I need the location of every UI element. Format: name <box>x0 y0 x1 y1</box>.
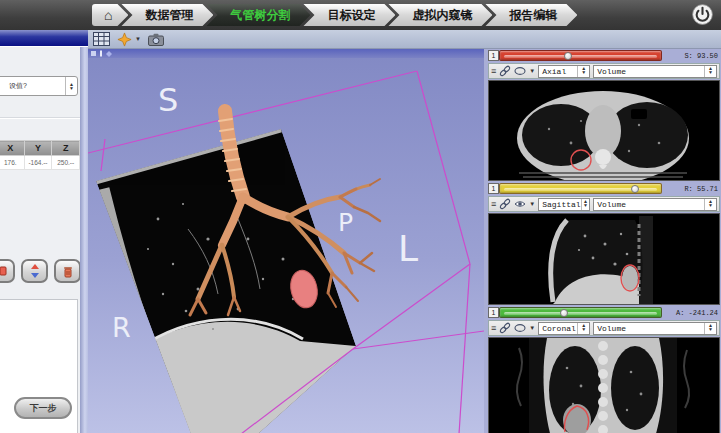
cell-x: 176. <box>0 156 24 170</box>
caret-down-icon[interactable]: ▼ <box>529 68 535 74</box>
trash-icon <box>62 265 74 278</box>
coronal-slice-slider[interactable]: 1 A: -241.24 <box>488 306 720 319</box>
panel-splitter[interactable] <box>80 47 88 433</box>
options-icon[interactable]: ≡ <box>491 200 496 209</box>
stepper-icon[interactable]: ▲▼ <box>577 323 589 334</box>
coronal-view-group: 1 A: -241.24 ≡ ▼ Coronal <box>484 306 721 433</box>
application-window: ⌂ 数据管理 气管树分割 目标设定 虚拟内窥镜 报告编辑 医学影像工作站 设值?… <box>0 0 721 433</box>
home-tab[interactable]: ⌂ <box>92 4 128 26</box>
orientation-label-r: R <box>112 312 131 343</box>
next-step-button[interactable]: 下一步 <box>14 397 72 419</box>
add-seed-icon[interactable] <box>117 32 132 47</box>
link-views-icon[interactable] <box>499 198 511 210</box>
locate-seed-button[interactable] <box>21 259 48 283</box>
stepper-icon[interactable]: ▲▼ <box>65 77 77 95</box>
slider-track[interactable] <box>499 307 662 318</box>
link-views-icon[interactable] <box>499 322 511 334</box>
workflow-tabs: ⌂ 数据管理 气管树分割 目标设定 虚拟内窥镜 报告编辑 <box>92 4 577 26</box>
plane-select-value: Axial <box>542 67 566 76</box>
stepper-icon[interactable]: ▲▼ <box>704 66 716 77</box>
viewport-mini-toolbar <box>88 49 484 58</box>
col-header-z: Z <box>52 141 80 156</box>
slice-position-label: S: 93.50 <box>662 52 720 60</box>
slider-handle[interactable] <box>631 185 639 193</box>
slider-handle[interactable] <box>560 309 568 317</box>
options-icon[interactable]: ≡ <box>491 67 496 76</box>
slider-track[interactable] <box>499 50 662 61</box>
slice-number-box: 1 <box>488 183 499 194</box>
tab-report-editing[interactable]: 报告编辑 <box>485 4 577 26</box>
tab-airway-segmentation[interactable]: 气管树分割 <box>206 4 310 26</box>
stepper-icon[interactable]: ▲▼ <box>577 66 589 77</box>
plane-select[interactable]: Axial ▲▼ <box>538 65 590 78</box>
coronal-view-controls: ≡ ▼ Coronal ▲▼ Volume ▲▼ <box>488 320 720 336</box>
render-mode-value: Volume <box>597 67 626 76</box>
caret-down-icon[interactable]: ▼ <box>529 201 535 207</box>
layout-grid-icon[interactable] <box>93 32 110 46</box>
render-mode-select[interactable]: Volume ▲▼ <box>593 198 717 211</box>
slice-position-label: A: -241.24 <box>662 309 720 317</box>
edit-seed-button[interactable] <box>0 259 15 283</box>
slider-groove <box>504 55 657 58</box>
slice-visibility-icon[interactable] <box>514 323 526 333</box>
viewer-toolbar: ▼ <box>88 30 721 49</box>
stepper-icon[interactable]: ▲▼ <box>704 323 716 334</box>
tab-label: 气管树分割 <box>230 7 290 24</box>
plane-select[interactable]: Coronal ▲▼ <box>538 322 590 335</box>
slice-views-panel: 1 S: 93.50 ≡ ▼ Axial ▲▼ <box>484 49 721 433</box>
orientation-label-p: P <box>338 208 353 237</box>
cell-z: 250.-- <box>52 156 80 170</box>
axial-ct-image[interactable] <box>488 80 720 181</box>
tab-target-setting[interactable]: 目标设定 <box>303 4 395 26</box>
slider-handle[interactable] <box>564 52 572 60</box>
sagittal-slice-slider[interactable]: 1 R: 55.71 <box>488 182 720 195</box>
render-mode-select[interactable]: Volume ▲▼ <box>593 322 717 335</box>
plane-select[interactable]: Sagittal ▲▼ <box>538 198 590 211</box>
top-nav-bar: ⌂ 数据管理 气管树分割 目标设定 虚拟内窥镜 报告编辑 <box>0 0 721 30</box>
power-icon[interactable] <box>691 3 714 26</box>
render-mode-select[interactable]: Volume ▲▼ <box>593 65 717 78</box>
caret-down-icon[interactable]: ▼ <box>529 325 535 331</box>
sagittal-ct-image[interactable] <box>488 213 720 305</box>
tab-label: 目标设定 <box>327 7 375 24</box>
stepper-icon[interactable]: ▲▼ <box>581 199 590 210</box>
options-icon[interactable]: ≡ <box>491 324 496 333</box>
slice-number-box: 1 <box>488 307 499 318</box>
mini-toolbar-icon[interactable] <box>100 51 102 57</box>
stepper-icon[interactable]: ▲▼ <box>704 199 716 210</box>
render-mode-value: Volume <box>597 324 626 333</box>
link-views-icon[interactable] <box>499 65 511 77</box>
edit-icon <box>0 265 8 277</box>
slice-position-label: R: 55.71 <box>662 185 720 193</box>
slider-track[interactable] <box>499 183 662 194</box>
slice-number-box: 1 <box>488 50 499 61</box>
col-header-x: X <box>0 141 24 156</box>
left-header-bar <box>0 29 88 46</box>
move-point-icon <box>29 264 41 278</box>
screenshot-icon[interactable] <box>148 33 164 46</box>
eye-visibility-icon[interactable] <box>514 199 526 209</box>
tab-virtual-endoscopy[interactable]: 虚拟内窥镜 <box>388 4 492 26</box>
axial-slice-slider[interactable]: 1 S: 93.50 <box>488 49 720 62</box>
sagittal-view-controls: ≡ ▼ Sagittal ▲▼ Volume ▲▼ <box>488 196 720 212</box>
volume-3d-viewport[interactable]: S P L R <box>88 49 484 433</box>
add-seed-caret-icon[interactable]: ▼ <box>135 36 141 42</box>
slice-visibility-icon[interactable] <box>514 66 526 76</box>
table-row[interactable]: 176. -164.-- 250.-- <box>0 156 80 170</box>
orientation-label-s: S <box>158 81 178 119</box>
col-header-y: Y <box>24 141 52 156</box>
tab-data-management[interactable]: 数据管理 <box>121 4 213 26</box>
plane-select-value: Sagittal <box>542 200 580 209</box>
mini-toolbar-icon[interactable] <box>91 51 96 56</box>
tab-label: 报告编辑 <box>509 7 557 24</box>
axial-view-group: 1 S: 93.50 ≡ ▼ Axial ▲▼ <box>484 49 721 182</box>
threshold-select[interactable]: 设值? ▲▼ <box>0 76 78 96</box>
coronal-ct-image[interactable] <box>488 337 720 433</box>
seed-action-buttons <box>0 259 81 283</box>
threshold-select-value: 设值? <box>9 81 27 91</box>
orientation-label-l: L <box>398 228 418 269</box>
tab-label: 数据管理 <box>145 7 193 24</box>
seed-coordinates-table: X Y Z 176. -164.-- 250.-- <box>0 140 80 170</box>
slider-groove <box>504 312 657 315</box>
delete-seed-button[interactable] <box>54 259 81 283</box>
